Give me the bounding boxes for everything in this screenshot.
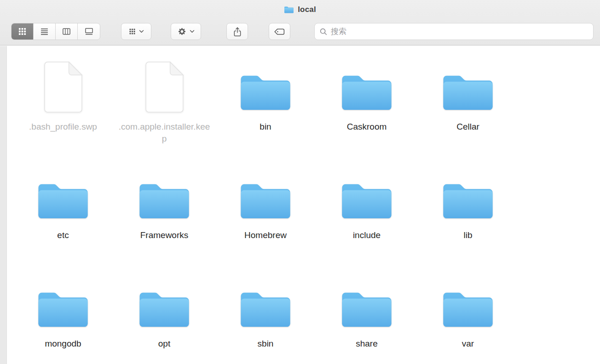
folder-item[interactable]: Cellar [417, 58, 519, 166]
folder-icon [339, 166, 395, 222]
list-view-icon [40, 27, 49, 36]
folder-item[interactable]: etc [12, 166, 114, 275]
folder-item[interactable]: mongodb [12, 275, 114, 364]
search-icon [319, 28, 328, 36]
item-label: var [462, 338, 474, 350]
folder-item[interactable]: include [316, 166, 417, 275]
folder-item[interactable]: Frameworks [114, 166, 215, 275]
folder-icon [440, 166, 496, 222]
item-label: Cellar [456, 121, 479, 133]
document-icon [42, 58, 85, 114]
chevron-down-icon [139, 30, 144, 33]
tag-button[interactable] [269, 23, 290, 40]
folder-item[interactable]: sbin [215, 275, 316, 364]
folder-item[interactable]: bin [215, 58, 316, 166]
tag-icon [273, 28, 286, 36]
toolbar [0, 19, 600, 46]
arrange-grid-icon [129, 28, 136, 35]
title-bar[interactable]: local [0, 0, 600, 19]
folder-icon [136, 166, 192, 222]
folder-icon [237, 58, 294, 114]
item-label: Homebrew [244, 229, 287, 241]
share-button[interactable] [226, 23, 248, 40]
titlebar-folder-icon [284, 6, 294, 14]
file-grid: .bash_profile.swp.com.apple.installer.ke… [7, 46, 600, 364]
item-label: .com.apple.installer.keep [118, 121, 211, 144]
item-label: etc [57, 229, 69, 241]
gallery-view-icon [85, 27, 93, 36]
view-mode-switcher [11, 23, 100, 40]
item-label: .bash_profile.swp [29, 121, 97, 133]
document-icon [143, 58, 186, 114]
window-left-edge [0, 46, 7, 364]
item-label: Frameworks [140, 229, 189, 241]
item-label: opt [158, 338, 170, 350]
folder-icon [339, 275, 395, 331]
action-button[interactable] [171, 23, 201, 40]
folder-icon [339, 58, 395, 114]
folder-item[interactable]: var [417, 275, 519, 364]
item-label: include [353, 229, 381, 241]
folder-icon [35, 275, 91, 331]
gear-icon [178, 27, 186, 36]
content-area: .bash_profile.swp.com.apple.installer.ke… [7, 46, 600, 364]
folder-icon [136, 275, 192, 331]
arrange-button[interactable] [121, 23, 151, 40]
folder-icon [35, 166, 91, 222]
search-field [314, 23, 594, 40]
window-chrome: local [0, 0, 600, 46]
folder-icon [440, 275, 496, 331]
chevron-down-icon [190, 30, 195, 33]
folder-icon [440, 58, 496, 114]
item-label: lib [463, 229, 472, 241]
folder-item[interactable]: lib [417, 166, 519, 275]
share-icon [233, 27, 242, 37]
column-view-icon [62, 27, 71, 36]
folder-item[interactable]: Homebrew [215, 166, 316, 275]
icon-view-button[interactable] [12, 23, 34, 40]
item-label: Caskroom [347, 121, 387, 133]
item-label: mongodb [45, 338, 81, 350]
folder-item[interactable]: opt [114, 275, 215, 364]
item-label: sbin [258, 338, 274, 350]
item-label: share [356, 338, 378, 350]
icon-view-icon [18, 27, 27, 36]
file-item[interactable]: .bash_profile.swp [12, 58, 114, 166]
item-label: bin [260, 121, 271, 133]
gallery-view-button[interactable] [78, 23, 100, 40]
column-view-button[interactable] [56, 23, 78, 40]
search-input[interactable] [331, 27, 588, 36]
folder-icon [237, 275, 294, 331]
file-item[interactable]: .com.apple.installer.keep [114, 58, 215, 166]
folder-item[interactable]: Caskroom [316, 58, 417, 166]
window-title: local [298, 5, 316, 14]
folder-item[interactable]: share [316, 275, 417, 364]
list-view-button[interactable] [34, 23, 56, 40]
folder-icon [237, 166, 294, 222]
